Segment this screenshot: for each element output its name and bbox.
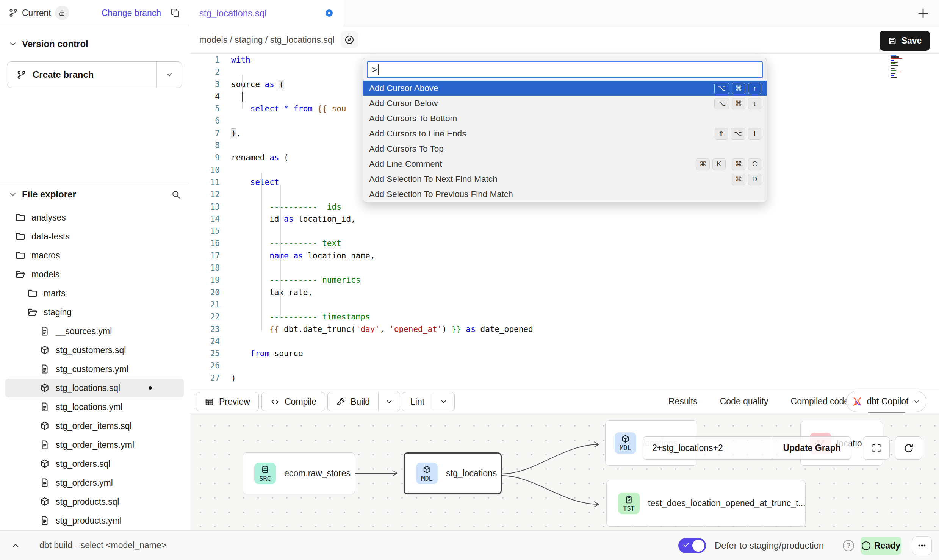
command-item[interactable]: Add Cursors To Bottom bbox=[363, 111, 767, 126]
lineage-node-source[interactable]: SRC ecom.raw_stores bbox=[243, 452, 355, 494]
create-branch-dropdown[interactable] bbox=[157, 62, 182, 88]
line-number: 24 bbox=[189, 335, 231, 347]
line-number: 19 bbox=[189, 274, 231, 286]
command-item[interactable]: Add Selection To Next Find Match⌘D bbox=[363, 172, 767, 187]
file-tree-item[interactable]: analyses bbox=[5, 208, 184, 227]
code-line[interactable]: 14 id as location_id, bbox=[189, 213, 939, 225]
panel-tab-code-quality[interactable]: Code quality bbox=[720, 389, 768, 413]
copy-icon[interactable] bbox=[170, 8, 181, 18]
help-icon[interactable]: ? bbox=[843, 540, 854, 551]
save-button[interactable]: Save bbox=[880, 31, 930, 51]
line-number: 1 bbox=[189, 54, 231, 66]
defer-toggle[interactable] bbox=[678, 538, 706, 553]
lineage-node-stg-locations[interactable]: MDL stg_locations bbox=[404, 452, 502, 494]
new-tab-plus-icon[interactable] bbox=[916, 6, 930, 20]
command-item[interactable]: Add Line Comment⌘K⌘C bbox=[363, 156, 767, 172]
lint-label: Lint bbox=[410, 397, 424, 407]
navigate-button[interactable] bbox=[341, 31, 358, 48]
graph-selector-input[interactable]: 2+stg_locations+2 bbox=[643, 437, 773, 459]
update-graph-button[interactable]: Update Graph bbox=[773, 437, 851, 459]
minimap[interactable] bbox=[891, 55, 908, 78]
file-tree-item[interactable]: data-tests bbox=[5, 227, 184, 246]
build-dropdown[interactable] bbox=[379, 397, 400, 406]
file-tree-item[interactable]: stg_order_items.yml bbox=[5, 435, 184, 454]
search-icon[interactable] bbox=[171, 189, 181, 199]
panel-tab-results[interactable]: Results bbox=[668, 389, 698, 413]
preview-button[interactable]: Preview bbox=[196, 392, 259, 411]
code-line[interactable]: 26 bbox=[189, 360, 939, 372]
fullscreen-button[interactable] bbox=[863, 436, 890, 460]
command-palette-input[interactable]: > bbox=[367, 61, 763, 78]
lineage-canvas[interactable]: SRC ecom.raw_stores MDL stg_locations MD… bbox=[189, 413, 939, 530]
keycap: I bbox=[748, 128, 761, 140]
change-branch-link[interactable]: Change branch bbox=[102, 8, 161, 18]
cli-command-hint[interactable]: dbt build --select <model_name> bbox=[39, 531, 166, 560]
build-button[interactable]: Build bbox=[327, 392, 400, 411]
code-line[interactable]: 25 from source bbox=[189, 347, 939, 360]
code-line[interactable]: 27) bbox=[189, 372, 939, 384]
file-tree-item[interactable]: stg_products.sql bbox=[5, 492, 184, 511]
compile-button[interactable]: Compile bbox=[261, 392, 325, 411]
keycap: ⌘ bbox=[732, 98, 745, 109]
ellipsis-icon bbox=[917, 541, 927, 551]
file-explorer-header[interactable]: File explorer bbox=[0, 189, 189, 200]
file-tree-item[interactable]: macros bbox=[5, 246, 184, 265]
code-line[interactable]: 23 {{ dbt.date_trunc('day', 'opened_at')… bbox=[189, 323, 939, 335]
node-label: test_does_location_opened_at_trunc_t... bbox=[648, 498, 806, 508]
code-line[interactable]: 17 name as location_name, bbox=[189, 250, 939, 262]
lint-dropdown[interactable] bbox=[433, 397, 454, 406]
status-bar: dbt build --select <model_name> Defer to… bbox=[0, 530, 939, 560]
code-line[interactable]: 20 tax_rate, bbox=[189, 286, 939, 299]
command-label: Add Cursors To Top bbox=[369, 144, 444, 154]
file-name: data-tests bbox=[31, 232, 70, 242]
code-text: ) bbox=[231, 372, 236, 384]
file-tree-item[interactable]: stg_products.yml bbox=[5, 511, 184, 530]
command-item[interactable]: Add Cursor Above⌥⌘↑ bbox=[363, 81, 767, 96]
code-line[interactable]: 19 ---------- numerics bbox=[189, 274, 939, 286]
panel-tab-compiled-code[interactable]: Compiled code bbox=[791, 389, 849, 413]
file-tree-item[interactable]: stg_locations.sql bbox=[5, 379, 184, 397]
dbt-copilot-button[interactable]: dbt Copilot bbox=[846, 391, 926, 412]
lint-button[interactable]: Lint bbox=[402, 392, 455, 411]
cube-icon bbox=[39, 345, 50, 355]
code-line[interactable]: 18 bbox=[189, 262, 939, 274]
command-item[interactable]: Add Cursor Below⌥⌘↓ bbox=[363, 96, 767, 111]
code-line[interactable]: 13 ---------- ids bbox=[189, 201, 939, 213]
file-tree-item[interactable]: stg_order_items.sql bbox=[5, 416, 184, 435]
command-item[interactable]: Add Cursors to Line Ends⇧⌥I bbox=[363, 126, 767, 141]
create-branch-button[interactable]: Create branch bbox=[7, 61, 182, 88]
file-tree-item[interactable]: marts bbox=[5, 284, 184, 303]
tab-stg-locations[interactable]: stg_locations.sql bbox=[189, 0, 343, 26]
wrench-icon bbox=[336, 397, 346, 407]
lineage-node-test[interactable]: TST test_does_location_opened_at_trunc_t… bbox=[606, 480, 806, 527]
code-line[interactable]: 16 ---------- text bbox=[189, 237, 939, 249]
breadcrumb: models / staging / stg_locations.sql bbox=[199, 35, 335, 45]
shortcut-keys: ⌥⌘↓ bbox=[714, 98, 761, 109]
file-tree-item[interactable]: stg_customers.sql bbox=[5, 341, 184, 360]
file-tree-item[interactable]: staging bbox=[5, 303, 184, 322]
unsaved-changes-dot bbox=[326, 9, 333, 17]
code-line[interactable]: 15 bbox=[189, 225, 939, 237]
line-number: 18 bbox=[189, 262, 231, 274]
command-item[interactable]: Add Selection To Previous Find Match bbox=[363, 187, 767, 202]
keycap: C bbox=[748, 158, 761, 170]
code-line[interactable]: 24 bbox=[189, 335, 939, 347]
file-name: stg_orders.sql bbox=[56, 459, 110, 469]
file-tree-item[interactable]: stg_locations.yml bbox=[5, 397, 184, 416]
command-item[interactable]: Add Cursors To Top bbox=[363, 141, 767, 156]
code-text: name as location_name, bbox=[231, 250, 375, 262]
code-line[interactable]: 21 bbox=[189, 299, 939, 311]
file-name: stg_order_items.yml bbox=[56, 440, 134, 450]
more-options-button[interactable] bbox=[912, 536, 932, 555]
keycap: K bbox=[712, 158, 726, 170]
refresh-button[interactable] bbox=[895, 436, 922, 460]
file-tree-item[interactable]: stg_customers.yml bbox=[5, 360, 184, 379]
chevron-up-icon[interactable] bbox=[11, 541, 20, 551]
file-tree-item[interactable]: models bbox=[5, 265, 184, 284]
code-line[interactable]: 22 ---------- timestamps bbox=[189, 311, 939, 323]
file-name: stg_customers.yml bbox=[56, 364, 128, 374]
file-tree-item[interactable]: stg_orders.yml bbox=[5, 473, 184, 492]
version-control-header[interactable]: Version control bbox=[0, 39, 189, 49]
file-tree-item[interactable]: __sources.yml bbox=[5, 322, 184, 341]
file-tree-item[interactable]: stg_orders.sql bbox=[5, 454, 184, 473]
